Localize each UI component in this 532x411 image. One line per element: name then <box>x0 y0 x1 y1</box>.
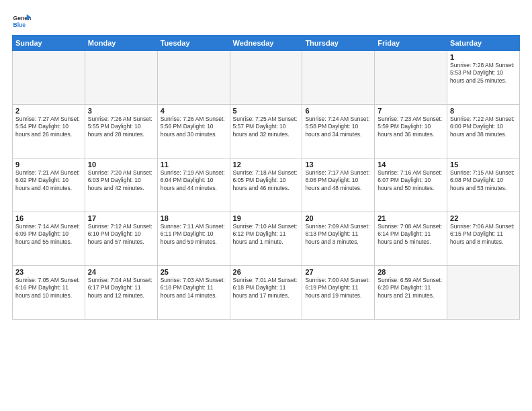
day-info: Sunrise: 7:18 AM Sunset: 6:05 PM Dayligh… <box>233 169 300 192</box>
calendar-cell: 17Sunrise: 7:12 AM Sunset: 6:10 PM Dayli… <box>85 212 157 266</box>
day-info: Sunrise: 7:05 AM Sunset: 6:16 PM Dayligh… <box>15 277 82 300</box>
calendar-cell: 16Sunrise: 7:14 AM Sunset: 6:09 PM Dayli… <box>13 212 85 266</box>
calendar-cell: 3Sunrise: 7:26 AM Sunset: 5:55 PM Daylig… <box>85 105 157 158</box>
day-info: Sunrise: 7:17 AM Sunset: 6:06 PM Dayligh… <box>305 169 371 192</box>
calendar-cell: 25Sunrise: 7:03 AM Sunset: 6:18 PM Dayli… <box>157 266 230 320</box>
day-info: Sunrise: 7:00 AM Sunset: 6:19 PM Dayligh… <box>305 277 371 300</box>
day-info: Sunrise: 7:28 AM Sunset: 5:53 PM Dayligh… <box>450 62 517 85</box>
calendar-cell: 19Sunrise: 7:10 AM Sunset: 6:12 PM Dayli… <box>230 212 302 266</box>
week-row-2: 2Sunrise: 7:27 AM Sunset: 5:54 PM Daylig… <box>13 105 520 158</box>
day-info: Sunrise: 7:20 AM Sunset: 6:03 PM Dayligh… <box>88 169 154 192</box>
calendar-cell: 9Sunrise: 7:21 AM Sunset: 6:02 PM Daylig… <box>13 158 85 212</box>
day-info: Sunrise: 7:04 AM Sunset: 6:17 PM Dayligh… <box>88 277 154 300</box>
calendar-cell: 22Sunrise: 7:06 AM Sunset: 6:15 PM Dayli… <box>447 212 520 266</box>
calendar-cell <box>302 51 375 105</box>
calendar-cell: 10Sunrise: 7:20 AM Sunset: 6:03 PM Dayli… <box>85 158 157 212</box>
day-number: 18 <box>161 214 227 222</box>
day-info: Sunrise: 7:25 AM Sunset: 5:57 PM Dayligh… <box>233 116 300 138</box>
day-number: 21 <box>378 214 444 222</box>
calendar-cell: 13Sunrise: 7:17 AM Sunset: 6:06 PM Dayli… <box>302 158 375 212</box>
weekday-header-monday: Monday <box>85 36 157 51</box>
day-number: 16 <box>15 214 82 222</box>
day-number: 22 <box>450 214 517 222</box>
calendar-cell: 7Sunrise: 7:23 AM Sunset: 5:59 PM Daylig… <box>375 105 447 158</box>
day-number: 9 <box>15 161 82 169</box>
day-number: 15 <box>450 161 517 169</box>
calendar-cell: 11Sunrise: 7:19 AM Sunset: 6:04 PM Dayli… <box>157 158 230 212</box>
calendar-cell <box>230 51 302 105</box>
day-number: 26 <box>233 268 300 276</box>
day-number: 24 <box>88 268 154 276</box>
day-info: Sunrise: 7:10 AM Sunset: 6:12 PM Dayligh… <box>233 223 300 246</box>
day-number: 5 <box>233 107 300 115</box>
day-info: Sunrise: 7:11 AM Sunset: 6:11 PM Dayligh… <box>161 223 227 246</box>
header: General Blue <box>12 9 520 31</box>
day-number: 6 <box>305 107 371 115</box>
day-number: 20 <box>305 214 371 222</box>
day-number: 3 <box>88 107 154 115</box>
day-info: Sunrise: 7:12 AM Sunset: 6:10 PM Dayligh… <box>88 223 154 246</box>
day-info: Sunrise: 7:09 AM Sunset: 6:13 PM Dayligh… <box>305 223 371 246</box>
day-info: Sunrise: 7:15 AM Sunset: 6:08 PM Dayligh… <box>450 169 517 192</box>
day-info: Sunrise: 7:26 AM Sunset: 5:56 PM Dayligh… <box>161 116 227 138</box>
week-row-3: 9Sunrise: 7:21 AM Sunset: 6:02 PM Daylig… <box>13 158 520 212</box>
day-info: Sunrise: 7:01 AM Sunset: 6:18 PM Dayligh… <box>233 277 300 300</box>
calendar-cell <box>157 51 230 105</box>
calendar-cell: 18Sunrise: 7:11 AM Sunset: 6:11 PM Dayli… <box>157 212 230 266</box>
day-info: Sunrise: 7:24 AM Sunset: 5:58 PM Dayligh… <box>305 116 371 138</box>
calendar-cell: 26Sunrise: 7:01 AM Sunset: 6:18 PM Dayli… <box>230 266 302 320</box>
weekday-header-friday: Friday <box>375 36 447 51</box>
day-info: Sunrise: 7:06 AM Sunset: 6:15 PM Dayligh… <box>450 223 517 246</box>
logo: General Blue <box>12 12 33 31</box>
day-info: Sunrise: 7:26 AM Sunset: 5:55 PM Dayligh… <box>88 116 154 138</box>
calendar-cell: 28Sunrise: 6:59 AM Sunset: 6:20 PM Dayli… <box>375 266 447 320</box>
calendar-table: SundayMondayTuesdayWednesdayThursdayFrid… <box>12 35 520 320</box>
day-info: Sunrise: 7:14 AM Sunset: 6:09 PM Dayligh… <box>15 223 82 246</box>
day-number: 17 <box>88 214 154 222</box>
day-number: 19 <box>233 214 300 222</box>
day-number: 28 <box>378 268 444 276</box>
weekday-header-sunday: Sunday <box>13 36 85 51</box>
logo-icon: General Blue <box>12 12 31 31</box>
calendar-cell: 21Sunrise: 7:08 AM Sunset: 6:14 PM Dayli… <box>375 212 447 266</box>
day-number: 23 <box>15 268 82 276</box>
calendar-cell <box>85 51 157 105</box>
day-number: 13 <box>305 161 371 169</box>
day-number: 14 <box>378 161 444 169</box>
day-info: Sunrise: 7:16 AM Sunset: 6:07 PM Dayligh… <box>378 169 444 192</box>
day-info: Sunrise: 7:21 AM Sunset: 6:02 PM Dayligh… <box>15 169 82 192</box>
calendar-cell: 27Sunrise: 7:00 AM Sunset: 6:19 PM Dayli… <box>302 266 375 320</box>
weekday-header-tuesday: Tuesday <box>157 36 230 51</box>
week-row-1: 1Sunrise: 7:28 AM Sunset: 5:53 PM Daylig… <box>13 51 520 105</box>
calendar-cell: 14Sunrise: 7:16 AM Sunset: 6:07 PM Dayli… <box>375 158 447 212</box>
week-row-5: 23Sunrise: 7:05 AM Sunset: 6:16 PM Dayli… <box>13 266 520 320</box>
day-info: Sunrise: 6:59 AM Sunset: 6:20 PM Dayligh… <box>378 277 444 300</box>
day-number: 4 <box>161 107 227 115</box>
calendar-cell: 2Sunrise: 7:27 AM Sunset: 5:54 PM Daylig… <box>13 105 85 158</box>
weekday-header-wednesday: Wednesday <box>230 36 302 51</box>
calendar-cell <box>375 51 447 105</box>
day-info: Sunrise: 7:23 AM Sunset: 5:59 PM Dayligh… <box>378 116 444 138</box>
day-info: Sunrise: 7:19 AM Sunset: 6:04 PM Dayligh… <box>161 169 227 192</box>
calendar-cell: 24Sunrise: 7:04 AM Sunset: 6:17 PM Dayli… <box>85 266 157 320</box>
day-number: 1 <box>450 53 517 61</box>
day-info: Sunrise: 7:22 AM Sunset: 6:00 PM Dayligh… <box>450 116 517 138</box>
day-number: 2 <box>15 107 82 115</box>
svg-text:Blue: Blue <box>13 21 26 28</box>
day-info: Sunrise: 7:03 AM Sunset: 6:18 PM Dayligh… <box>161 277 227 300</box>
day-number: 7 <box>378 107 444 115</box>
calendar-cell: 5Sunrise: 7:25 AM Sunset: 5:57 PM Daylig… <box>230 105 302 158</box>
calendar-cell: 23Sunrise: 7:05 AM Sunset: 6:16 PM Dayli… <box>13 266 85 320</box>
day-number: 11 <box>161 161 227 169</box>
day-number: 8 <box>450 107 517 115</box>
weekday-header-thursday: Thursday <box>302 36 375 51</box>
calendar-cell: 15Sunrise: 7:15 AM Sunset: 6:08 PM Dayli… <box>447 158 520 212</box>
week-row-4: 16Sunrise: 7:14 AM Sunset: 6:09 PM Dayli… <box>13 212 520 266</box>
weekday-header-row: SundayMondayTuesdayWednesdayThursdayFrid… <box>13 36 520 51</box>
day-info: Sunrise: 7:08 AM Sunset: 6:14 PM Dayligh… <box>378 223 444 246</box>
calendar-cell: 12Sunrise: 7:18 AM Sunset: 6:05 PM Dayli… <box>230 158 302 212</box>
calendar-cell: 1Sunrise: 7:28 AM Sunset: 5:53 PM Daylig… <box>447 51 520 105</box>
calendar-cell <box>447 266 520 320</box>
calendar-cell: 20Sunrise: 7:09 AM Sunset: 6:13 PM Dayli… <box>302 212 375 266</box>
day-number: 25 <box>161 268 227 276</box>
